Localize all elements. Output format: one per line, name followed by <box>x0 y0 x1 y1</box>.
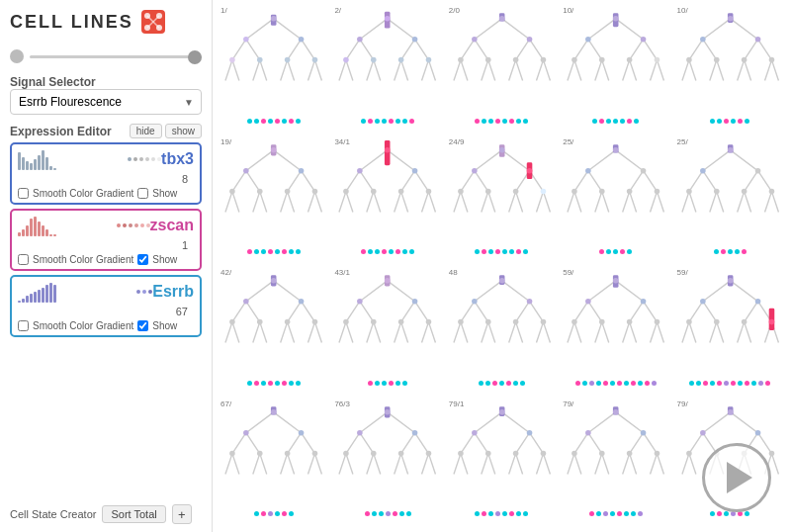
hide-button[interactable]: hide <box>130 124 162 138</box>
svg-line-167 <box>454 191 461 212</box>
svg-point-205 <box>655 188 660 194</box>
tree-dots-3 <box>475 114 528 128</box>
svg-line-274 <box>461 302 475 322</box>
svg-point-377 <box>357 429 363 435</box>
svg-line-440 <box>771 453 778 474</box>
esrrb-show-label: Show <box>152 320 177 331</box>
tbx3-dots <box>128 157 161 161</box>
svg-line-429 <box>689 432 703 453</box>
tree-dots-12 <box>368 376 407 390</box>
svg-point-89 <box>585 37 591 43</box>
svg-point-338 <box>768 319 774 325</box>
svg-point-444 <box>754 429 760 435</box>
svg-line-162 <box>501 149 529 170</box>
signal-selector-dropdown[interactable]: Esrrb Flourescence <box>10 89 202 115</box>
svg-point-114 <box>714 57 720 63</box>
tbx3-gene-name: tbx3 <box>161 150 194 168</box>
show-button[interactable]: show <box>165 124 202 138</box>
svg-line-262 <box>422 322 429 343</box>
tree-svg-16 <box>219 399 328 507</box>
svg-line-14 <box>232 60 239 81</box>
tree-cell-3: 2/0 <box>447 6 557 133</box>
svg-line-168 <box>461 191 468 212</box>
zscan-smooth-checkbox[interactable] <box>18 254 29 265</box>
zscan-show-checkbox[interactable] <box>137 254 148 265</box>
svg-line-82 <box>602 60 609 81</box>
tree-cell-11: 42/ <box>219 268 328 396</box>
tree-svg-4 <box>561 6 670 114</box>
tree-cell-19: 79/ <box>561 399 670 527</box>
esrrb-smooth-checkbox[interactable] <box>18 320 29 331</box>
tree-cell-17: 76/3 <box>332 399 442 527</box>
zoom-slider-track[interactable] <box>30 55 202 58</box>
hist-bar <box>30 294 33 303</box>
svg-line-412 <box>574 453 581 474</box>
svg-line-348 <box>260 453 267 474</box>
tbx3-show-checkbox[interactable] <box>137 188 148 199</box>
svg-line-362 <box>388 411 415 432</box>
svg-line-62 <box>515 60 522 81</box>
svg-line-122 <box>302 170 315 191</box>
tree-svg-6 <box>219 137 328 245</box>
hist-bar <box>49 234 52 236</box>
hist-bar <box>18 232 21 236</box>
tbx3-smooth-checkbox[interactable] <box>18 188 29 199</box>
svg-point-360 <box>312 450 318 456</box>
svg-line-302 <box>595 322 602 343</box>
tree-svg-12 <box>332 268 442 376</box>
svg-line-195 <box>630 191 637 212</box>
tree-label-12: 43/1 <box>334 268 350 277</box>
svg-line-317 <box>730 281 757 302</box>
svg-line-129 <box>308 191 315 212</box>
svg-line-395 <box>536 453 543 474</box>
svg-line-40 <box>401 60 408 81</box>
svg-line-323 <box>689 322 696 343</box>
svg-line-406 <box>616 411 644 432</box>
tree-dots-18 <box>475 507 528 521</box>
svg-line-42 <box>429 60 436 81</box>
svg-line-144 <box>415 170 429 191</box>
svg-point-88 <box>613 16 619 22</box>
hist-bar <box>49 166 52 170</box>
tree-dots-15 <box>689 376 770 390</box>
play-button[interactable] <box>702 443 771 512</box>
svg-line-172 <box>515 191 522 212</box>
svg-line-32 <box>360 40 374 60</box>
zscan-gene-name: zscan <box>150 217 194 234</box>
svg-line-253 <box>360 302 374 322</box>
sort-total-button[interactable]: Sort Total <box>102 505 165 523</box>
svg-line-39 <box>395 60 401 81</box>
expression-editor-section: Expression Editor hide show <box>10 123 202 337</box>
svg-line-34 <box>415 40 429 60</box>
tree-cell-8: 24/9 <box>447 137 557 265</box>
svg-line-101 <box>682 60 689 81</box>
svg-point-266 <box>357 299 363 305</box>
slider-thumb[interactable] <box>188 50 202 64</box>
esrrb-show-checkbox[interactable] <box>137 320 148 331</box>
tree-label-6: 19/ <box>220 137 231 146</box>
svg-point-382 <box>426 450 432 456</box>
svg-line-345 <box>225 453 232 474</box>
svg-line-322 <box>682 322 689 343</box>
svg-point-66 <box>499 16 505 22</box>
tbx3-card-top: tbx3 <box>18 148 194 170</box>
svg-line-35 <box>339 60 346 81</box>
add-button[interactable]: + <box>172 504 192 524</box>
svg-line-209 <box>702 170 716 191</box>
tree-dots-2 <box>361 114 414 128</box>
svg-line-275 <box>475 302 488 322</box>
svg-line-218 <box>764 191 771 212</box>
svg-point-221 <box>728 147 734 153</box>
svg-line-363 <box>346 432 360 453</box>
svg-point-448 <box>768 450 774 456</box>
hist-bar <box>34 292 37 303</box>
svg-line-418 <box>658 453 664 474</box>
svg-line-350 <box>288 453 295 474</box>
svg-line-320 <box>744 302 757 322</box>
tree-cell-10: 25/ <box>675 137 785 265</box>
gene-card-tbx3: tbx3 8 Smooth Color Gradient Show <box>10 142 202 205</box>
zscan-value: 1 <box>182 239 190 251</box>
svg-line-384 <box>501 411 529 432</box>
svg-line-126 <box>260 191 267 212</box>
svg-point-265 <box>385 278 391 284</box>
